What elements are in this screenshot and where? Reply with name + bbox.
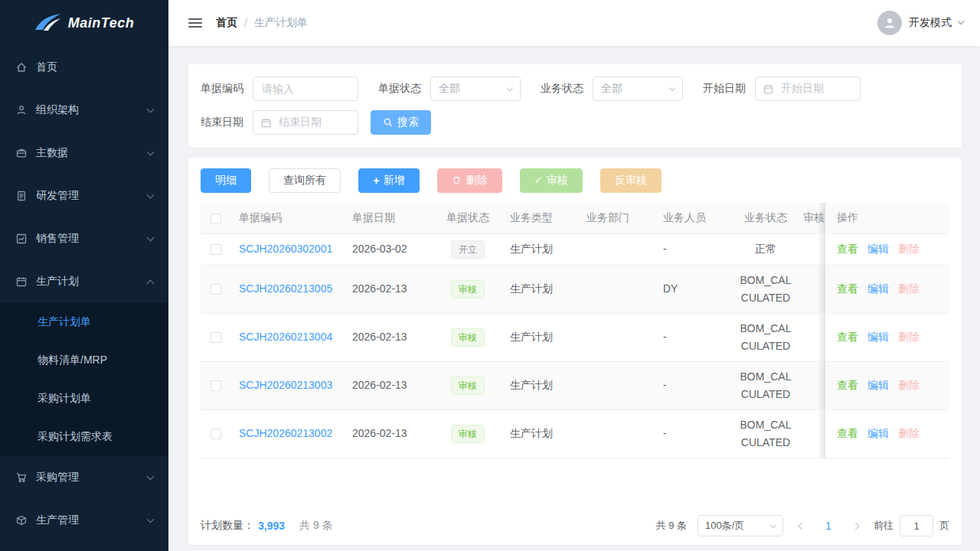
topbar: 首页 / 生产计划单 开发模式 (168, 0, 980, 46)
sidebar-item-home[interactable]: 首页 (0, 46, 168, 89)
view-link[interactable]: 查看 (837, 331, 858, 343)
sidebar-item-organization[interactable]: 组织架构 (0, 89, 168, 132)
delete-link[interactable]: 删除 (898, 427, 920, 439)
next-page-button[interactable] (848, 517, 863, 535)
doc-code-link[interactable]: SCJH20260213005 (239, 280, 337, 298)
start-date-picker[interactable]: 开始日期 (755, 77, 861, 101)
sidebar-item-production-plan-doc[interactable]: 生产计划单 (0, 303, 168, 341)
chevron-up-icon (147, 279, 155, 287)
table-row[interactable]: SCJH20260302001 2026-03-02 开立 生产计划 - 正常 … (201, 233, 949, 265)
doc-status-label: 单据状态 (378, 82, 421, 96)
view-link[interactable]: 查看 (837, 379, 858, 391)
biz-person: - (655, 361, 730, 409)
hamburger-icon[interactable] (188, 17, 202, 29)
sidebar-item-production-mgmt[interactable]: 生产管理 (0, 499, 168, 542)
sidebar-subitem-label: 采购计划单 (38, 392, 91, 406)
col-header-biz-status: 业务状态 (730, 203, 801, 233)
doc-status-value: 全部 (439, 82, 460, 96)
app-logo[interactable]: MainTech (0, 0, 168, 46)
breadcrumb-home[interactable]: 首页 (216, 16, 237, 30)
pager: 1 (794, 517, 863, 535)
search-button[interactable]: 搜索 (371, 110, 431, 135)
view-link[interactable]: 查看 (837, 243, 858, 255)
doc-date: 2026-02-13 (345, 313, 433, 361)
prev-page-button[interactable] (794, 517, 809, 535)
table-row[interactable]: SCJH20260213004 2026-02-13 审核 生产计划 - BOM… (201, 313, 949, 361)
sidebar-subitem-label: 生产计划单 (38, 315, 91, 329)
view-link[interactable]: 查看 (837, 282, 858, 295)
sidebar-item-purchase-demand-table[interactable]: 采购计划需求表 (0, 418, 168, 456)
sidebar-item-production-plan[interactable]: 生产计划 (0, 260, 168, 303)
unaudit-button[interactable]: 反审核 (600, 168, 662, 193)
query-all-button[interactable]: 查询所有 (269, 168, 341, 193)
sidebar-item-purchase-plan-doc[interactable]: 采购计划单 (0, 380, 168, 418)
doc-code-input[interactable] (253, 77, 358, 101)
edit-link[interactable]: 编辑 (867, 243, 889, 255)
row-checkbox[interactable] (211, 380, 221, 391)
add-button[interactable]: + 新增 (358, 168, 420, 193)
sidebar-item-master-data[interactable]: 主数据 (0, 132, 168, 174)
page-number-current[interactable]: 1 (821, 520, 836, 532)
table-row[interactable]: SCJH20260213002 2026-02-13 审核 生产计划 - BOM… (201, 409, 949, 458)
edit-link[interactable]: 编辑 (867, 427, 889, 439)
sidebar-item-label: 组织架构 (36, 103, 79, 117)
table-header-row: 单据编码 单据日期 单据状态 业务类型 业务部门 业务人员 业务状态 审核 操作 (201, 203, 949, 233)
table-row[interactable]: SCJH20260213005 2026-02-13 审核 生产计划 DY BO… (201, 265, 949, 313)
doc-date: 2026-02-13 (345, 361, 433, 409)
col-header-doc-code: 单据编码 (231, 203, 345, 233)
doc-code-link[interactable]: SCJH20260302001 (239, 240, 337, 258)
audit-button[interactable]: ✓ 审核 (520, 168, 583, 193)
doc-code-link[interactable]: SCJH20260213004 (239, 328, 337, 346)
audit-cell (801, 313, 825, 361)
row-checkbox[interactable] (211, 284, 221, 295)
biz-type: 生产计划 (502, 361, 579, 409)
user-menu[interactable]: 开发模式 (877, 11, 963, 35)
row-checkbox[interactable] (211, 244, 221, 255)
edit-link[interactable]: 编辑 (867, 331, 889, 343)
col-header-biz-dept: 业务部门 (579, 203, 655, 233)
select-all-checkbox[interactable] (211, 214, 221, 224)
delete-link[interactable]: 删除 (898, 331, 920, 343)
biz-type: 生产计划 (502, 233, 579, 265)
biz-status: BOM_CALCULATED (730, 265, 801, 313)
doc-code-link[interactable]: SCJH20260213003 (239, 377, 337, 394)
status-badge: 审核 (451, 280, 485, 298)
submenu-production-plan: 生产计划单 物料清单/MRP 采购计划单 采购计划需求表 (0, 303, 168, 456)
delete-button[interactable]: 删除 (437, 168, 502, 193)
view-link[interactable]: 查看 (837, 427, 858, 439)
biz-type: 生产计划 (502, 265, 579, 313)
chevron-down-icon (147, 105, 155, 112)
end-date-picker[interactable]: 结束日期 (253, 110, 358, 135)
col-header-biz-person: 业务人员 (655, 203, 730, 233)
goto-page-input[interactable] (900, 515, 933, 536)
biz-person: - (655, 233, 730, 265)
doc-code-link[interactable]: SCJH20260213002 (239, 425, 337, 442)
sidebar-item-sales[interactable]: 销售管理 (0, 217, 168, 260)
sidebar-item-label: 研发管理 (36, 189, 79, 203)
col-header-actions: 操作 (825, 203, 949, 233)
delete-link[interactable]: 删除 (898, 379, 920, 391)
delete-link[interactable]: 删除 (898, 282, 920, 295)
row-checkbox[interactable] (211, 332, 221, 343)
page-size-select[interactable]: 100条/页 (697, 515, 783, 536)
app-root: MainTech 首页 组织架构 主数据 研发管理 (0, 0, 980, 551)
plan-count-label: 计划数量： (201, 519, 254, 533)
edit-link[interactable]: 编辑 (867, 282, 889, 295)
biz-status-label: 业务状态 (541, 82, 583, 96)
delete-button-label: 删除 (466, 174, 488, 187)
sidebar-item-rnd[interactable]: 研发管理 (0, 174, 168, 217)
doc-status-select[interactable]: 全部 (430, 77, 521, 101)
edit-link[interactable]: 编辑 (867, 379, 889, 391)
sidebar-item-procurement[interactable]: 采购管理 (0, 456, 168, 499)
row-checkbox[interactable] (211, 429, 221, 439)
delete-link[interactable]: 删除 (898, 243, 920, 255)
table-row[interactable]: SCJH20260213003 2026-02-13 审核 生产计划 - BOM… (201, 361, 949, 409)
logo-emblem-icon (34, 13, 62, 33)
goto-label: 前往 (874, 519, 893, 533)
sidebar-item-bom-mrp[interactable]: 物料清单/MRP (0, 341, 168, 380)
chevron-down-icon (147, 472, 155, 480)
audit-cell (801, 233, 825, 265)
detail-button[interactable]: 明细 (201, 168, 251, 193)
biz-status-select[interactable]: 全部 (593, 77, 683, 101)
sidebar-subitem-label: 采购计划需求表 (38, 430, 113, 444)
